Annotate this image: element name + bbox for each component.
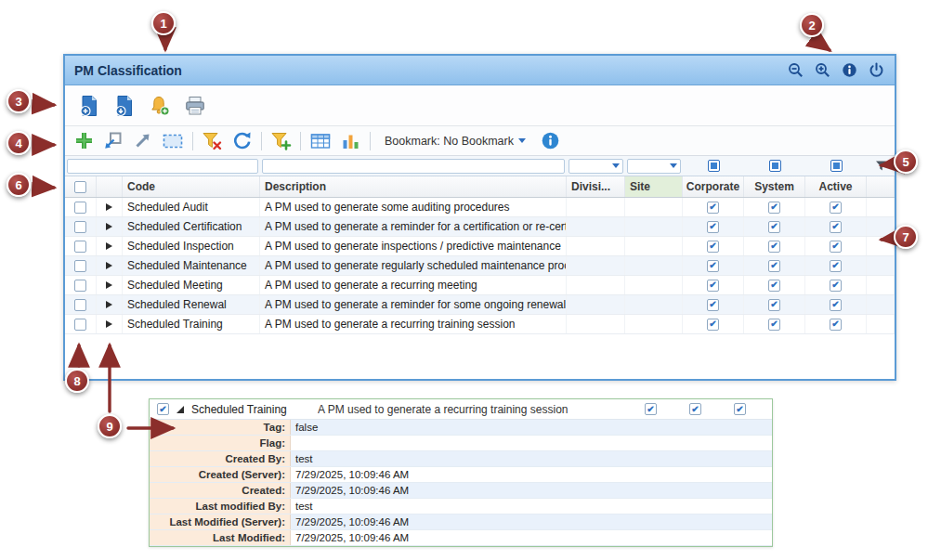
expand-row-icon[interactable] [106,242,112,250]
grid-view-button[interactable] [309,131,332,151]
filter-cell-system [744,156,805,176]
toolbar-info-button[interactable] [542,132,559,150]
row-active-checkbox[interactable] [830,202,842,214]
corporate-filter-checkbox[interactable] [708,160,720,172]
detail-field-row: Created (Server):7/29/2025, 10:09:46 AM [150,467,772,483]
row-checkbox[interactable] [74,299,86,311]
active-filter-checkbox[interactable] [830,160,843,172]
zoom-in-button[interactable] [813,61,831,80]
division-filter-dropdown[interactable] [569,159,623,174]
table-row[interactable]: Scheduled TrainingA PM used to generate … [65,315,895,334]
row-checkbox[interactable] [74,221,86,233]
zoom-out-button[interactable] [786,61,804,80]
document-export-button[interactable] [113,95,136,117]
row-corporate-checkbox[interactable] [707,202,719,214]
code-filter-input[interactable] [67,159,258,174]
column-header-active[interactable]: Active [805,176,867,197]
print-button[interactable] [184,95,206,117]
column-header-division[interactable]: Divisi... [567,176,625,197]
row-system-checkbox[interactable] [768,260,780,272]
detail-field-label: Tag: [150,420,291,435]
bookmark-dropdown[interactable]: Bookmark: No Bookmark [385,135,526,148]
expand-row-icon[interactable] [106,203,112,211]
row-system-checkbox[interactable] [768,299,780,311]
table-row[interactable]: Scheduled MeetingA PM used to generate a… [65,276,895,295]
detail-active-checkbox[interactable] [734,403,746,415]
column-header-corporate[interactable]: Corporate [683,176,744,197]
add-record-button[interactable] [74,131,94,150]
row-system-checkbox[interactable] [768,241,780,253]
row-checkbox[interactable] [74,241,86,253]
open-record-button[interactable] [132,130,153,151]
column-header-system[interactable]: System [744,176,805,197]
expand-row-icon[interactable] [106,281,112,289]
callout-6: 6 [7,173,31,197]
detail-field-row: Last Modified:7/29/2025, 10:09:46 AM [150,530,772,546]
marquee-select-button[interactable] [162,131,184,151]
detail-header-row[interactable]: Scheduled Training A PM used to generate… [150,399,772,420]
column-header-site[interactable]: Site [625,176,683,197]
select-all-checkbox-cell [65,176,97,197]
row-active-checkbox[interactable] [830,319,842,331]
row-checkbox[interactable] [74,260,86,272]
filter-add-icon [270,131,292,151]
table-row[interactable]: Scheduled InspectionA PM used to generat… [65,237,895,256]
row-system-checkbox[interactable] [768,280,780,292]
detach-button[interactable] [102,130,124,151]
row-spacer [867,256,895,275]
add-filter-button[interactable] [270,131,292,151]
sign-out-button[interactable] [867,61,885,80]
alert-add-button[interactable] [149,95,171,117]
table-row[interactable]: Scheduled CertificationA PM used to gene… [65,217,895,237]
row-system-checkbox[interactable] [768,221,780,233]
row-checkbox[interactable] [74,319,86,331]
row-corporate-checkbox[interactable] [707,280,719,292]
row-active-checkbox[interactable] [830,241,842,253]
row-active-checkbox[interactable] [830,299,842,311]
document-arrow-icon [113,95,136,117]
row-corporate-cell [683,276,744,294]
expand-row-icon[interactable] [106,262,112,269]
detail-corporate-checkbox[interactable] [645,403,657,415]
row-system-checkbox[interactable] [768,202,780,214]
row-checkbox-cell [65,256,97,275]
system-filter-checkbox[interactable] [769,160,781,172]
grid-toolbar: Bookmark: No Bookmark [65,126,895,156]
row-active-checkbox[interactable] [830,280,842,292]
row-active-checkbox[interactable] [830,221,842,233]
row-spacer [867,237,895,255]
detail-system-checkbox[interactable] [689,403,701,415]
row-code: Scheduled Renewal [123,295,260,314]
refresh-button[interactable] [231,130,253,151]
row-active-cell [805,217,867,236]
table-row[interactable]: Scheduled RenewalA PM used to generate a… [65,295,895,315]
row-active-cell [805,237,867,255]
row-checkbox[interactable] [74,280,86,292]
row-system-checkbox[interactable] [768,319,780,331]
detail-row-checkbox[interactable] [157,403,169,415]
column-header-code[interactable]: Code [123,176,260,197]
row-corporate-checkbox[interactable] [707,241,719,253]
clear-filter-button[interactable] [202,131,223,151]
info-button[interactable] [840,61,858,80]
row-checkbox[interactable] [74,202,86,214]
row-corporate-checkbox[interactable] [707,260,719,272]
row-corporate-checkbox[interactable] [707,319,719,331]
site-filter-dropdown[interactable] [627,159,681,174]
expand-row-icon[interactable] [106,223,112,230]
row-active-checkbox[interactable] [830,260,842,272]
collapse-row-icon[interactable] [176,406,184,413]
table-row[interactable]: Scheduled MaintenanceA PM used to genera… [65,256,895,276]
document-add-button[interactable] [78,95,100,117]
table-row[interactable]: Scheduled AuditA PM used to generate som… [65,198,895,217]
expand-row-icon[interactable] [106,301,112,308]
column-header-description[interactable]: Description [260,176,567,197]
chart-view-button[interactable] [340,131,361,151]
row-corporate-checkbox[interactable] [707,221,719,233]
filter-menu-button[interactable] [867,156,895,176]
expand-row-icon[interactable] [106,320,112,328]
row-system-cell [744,315,805,333]
select-all-checkbox[interactable] [74,181,86,193]
row-corporate-checkbox[interactable] [707,299,719,311]
description-filter-input[interactable] [262,159,565,174]
